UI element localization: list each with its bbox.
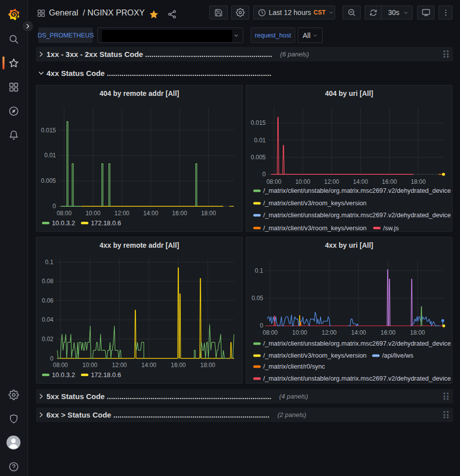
- svg-text:0.015: 0.015: [251, 119, 266, 126]
- svg-text:/_matrix/client/unstable/org.m: /_matrix/client/unstable/org.matrix.msc2…: [263, 375, 451, 382]
- svg-text:12:00: 12:00: [112, 362, 127, 369]
- svg-text:/api/live/ws: /api/live/ws: [382, 352, 414, 359]
- svg-text:18:00: 18:00: [201, 210, 216, 217]
- svg-text:0.04: 0.04: [42, 316, 54, 323]
- svg-text:10:00: 10:00: [82, 362, 97, 369]
- svg-text:12:00: 12:00: [324, 178, 339, 185]
- svg-text:/_matrix/client/unstable/org.m: /_matrix/client/unstable/org.matrix.msc2…: [263, 187, 451, 194]
- svg-text:08:00: 08:00: [53, 362, 68, 369]
- svg-text:/_matrix/client/r0/sync: /_matrix/client/r0/sync: [263, 363, 325, 370]
- svg-text:16:00: 16:00: [172, 210, 187, 217]
- svg-text:/_matrix/client/unstable/org.m: /_matrix/client/unstable/org.matrix.msc2…: [263, 340, 451, 347]
- svg-text:18:00: 18:00: [200, 362, 215, 369]
- svg-text:14:00: 14:00: [143, 210, 158, 217]
- svg-text:0.05: 0.05: [252, 295, 264, 302]
- svg-text:0.005: 0.005: [251, 154, 266, 161]
- svg-text:16:00: 16:00: [171, 362, 186, 369]
- svg-text:08:00: 08:00: [263, 329, 278, 336]
- svg-text:14:00: 14:00: [141, 362, 156, 369]
- svg-text:0: 0: [50, 355, 53, 362]
- svg-text:18:00: 18:00: [411, 178, 426, 185]
- svg-text:0.08: 0.08: [42, 278, 54, 285]
- svg-text:0.005: 0.005: [41, 177, 56, 184]
- svg-text:12:00: 12:00: [322, 329, 337, 336]
- svg-text:0.1: 0.1: [45, 259, 53, 266]
- svg-text:18:00: 18:00: [410, 329, 425, 336]
- svg-text:/_matrix/client/v3/room_keys/v: /_matrix/client/v3/room_keys/version: [263, 199, 367, 207]
- svg-text:/_matrix/client/v3/room_keys/v: /_matrix/client/v3/room_keys/version: [263, 352, 367, 359]
- svg-text:0.01: 0.01: [254, 137, 266, 144]
- svg-text:0.02: 0.02: [42, 336, 54, 343]
- svg-text:172.18.0.6: 172.18.0.6: [91, 219, 121, 227]
- svg-text:16:00: 16:00: [382, 178, 397, 185]
- svg-text:16:00: 16:00: [381, 329, 396, 336]
- svg-text:0.1: 0.1: [255, 267, 263, 274]
- svg-text:172.18.0.6: 172.18.0.6: [91, 371, 121, 379]
- svg-text:12:00: 12:00: [114, 210, 129, 217]
- svg-text:08:00: 08:00: [266, 178, 281, 185]
- svg-text:4xx by uri [All]: 4xx by uri [All]: [325, 241, 373, 249]
- svg-text:404 by uri [All]: 404 by uri [All]: [325, 89, 373, 97]
- svg-text:10.0.3.2: 10.0.3.2: [52, 219, 75, 227]
- svg-text:0.01: 0.01: [44, 152, 56, 159]
- svg-text:0: 0: [260, 322, 263, 329]
- svg-text:10.0.3.2: 10.0.3.2: [52, 371, 75, 379]
- svg-text:10:00: 10:00: [85, 210, 100, 217]
- svg-text:404 by remote addr [All]: 404 by remote addr [All]: [99, 89, 179, 97]
- svg-text:08:00: 08:00: [56, 210, 71, 217]
- svg-text:0.015: 0.015: [41, 127, 56, 134]
- svg-text:/_matrix/client/v3/room_keys/v: /_matrix/client/v3/room_keys/version: [263, 224, 367, 232]
- svg-text:10:00: 10:00: [295, 178, 310, 185]
- svg-text:/_matrix/client/unstable/org.m: /_matrix/client/unstable/org.matrix.msc2…: [263, 211, 451, 219]
- svg-text:14:00: 14:00: [351, 329, 366, 336]
- svg-text:0.06: 0.06: [42, 297, 54, 304]
- svg-text:10:00: 10:00: [292, 329, 307, 336]
- svg-text:/sw.js: /sw.js: [383, 224, 399, 232]
- svg-text:0: 0: [52, 203, 56, 210]
- svg-text:14:00: 14:00: [353, 178, 368, 185]
- svg-text:0: 0: [262, 171, 266, 178]
- svg-text:4xx by remote addr [All]: 4xx by remote addr [All]: [99, 241, 179, 249]
